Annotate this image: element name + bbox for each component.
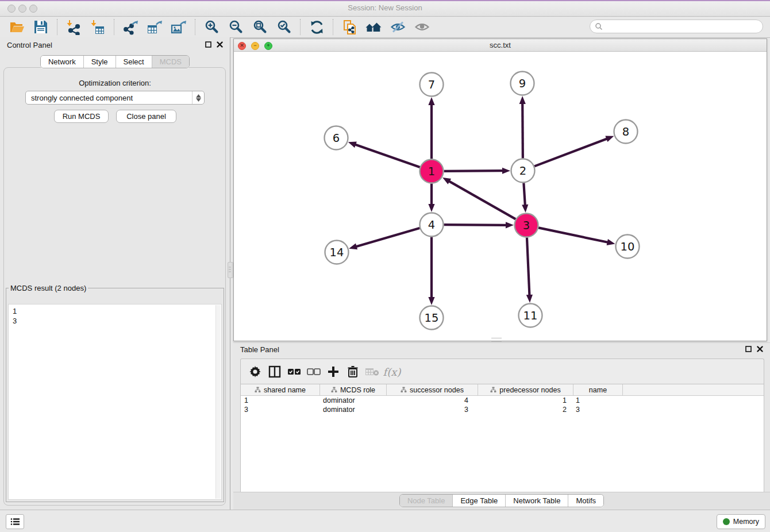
table-tab-node-table[interactable]: Node Table (400, 495, 453, 507)
graph-node-1[interactable]: 1 (420, 160, 444, 183)
deselect-all-icon[interactable] (304, 362, 324, 381)
close-panel-button[interactable]: Close panel (116, 110, 176, 123)
edge-arrowhead (348, 142, 357, 148)
edge-3-1[interactable] (449, 181, 515, 219)
close-panel-icon[interactable] (217, 41, 223, 48)
result-scrollbar[interactable] (215, 305, 221, 499)
houses-icon[interactable] (364, 18, 383, 36)
criterion-dropdown[interactable]: strongly connected component (25, 91, 205, 105)
float-panel-icon[interactable] (205, 41, 211, 48)
node-table[interactable]: shared nameMCDS rolesuccessor nodesprede… (240, 384, 764, 492)
graph-node-11[interactable]: 11 (519, 304, 542, 327)
table-row[interactable]: 1dominator411 (241, 396, 764, 405)
dropdown-stepper-icon (192, 91, 204, 104)
table-cell[interactable]: dominator (319, 396, 386, 404)
export-table-icon[interactable] (145, 18, 164, 36)
import-table-icon[interactable] (88, 18, 107, 36)
mcds-result-group: MCDS result (2 nodes) 1 3 (6, 284, 224, 502)
graph-node-4[interactable]: 4 (420, 213, 444, 237)
column-header-MCDS-role[interactable]: MCDS role (320, 384, 387, 395)
graph-node-10[interactable]: 10 (616, 235, 640, 259)
table-header-row: shared nameMCDS rolesuccessor nodesprede… (241, 384, 764, 396)
search-field[interactable] (590, 20, 763, 33)
open-file-icon[interactable] (7, 18, 26, 36)
table-settings-icon[interactable] (245, 362, 265, 381)
table-cell[interactable]: 3 (241, 406, 319, 414)
edge-3-10[interactable] (538, 228, 608, 242)
edge-1-6[interactable] (355, 145, 420, 167)
table-cell[interactable]: dominator (319, 406, 386, 414)
hide-selected-icon[interactable] (388, 18, 407, 36)
function-builder-icon[interactable]: f(x) (382, 362, 402, 381)
column-type-icon (255, 387, 261, 393)
graph-node-7[interactable]: 7 (420, 73, 444, 97)
refresh-view-icon[interactable] (307, 18, 326, 36)
tab-style[interactable]: Style (83, 56, 116, 68)
edge-4-3[interactable] (444, 225, 506, 225)
graph-node-6[interactable]: 6 (325, 126, 348, 150)
delete-columns-icon[interactable] (343, 362, 363, 381)
run-mcds-button[interactable]: Run MCDS (54, 110, 109, 123)
graph-node-14[interactable]: 14 (325, 241, 349, 264)
network-window-resize-handle[interactable] (491, 338, 502, 342)
search-input[interactable] (603, 22, 749, 31)
edge-1-2[interactable] (444, 171, 503, 171)
export-image-icon[interactable] (170, 18, 188, 36)
table-row[interactable]: 3dominator323 (241, 405, 764, 414)
toolbar-separator (57, 19, 57, 35)
graph-node-8[interactable]: 8 (614, 120, 638, 144)
edge-2-3[interactable] (523, 183, 525, 205)
graph-node-9[interactable]: 9 (511, 72, 534, 95)
edge-2-9[interactable] (522, 103, 523, 159)
import-network-icon[interactable] (64, 18, 83, 36)
mcds-result-area[interactable]: 1 3 (8, 304, 222, 500)
network-window-titlebar[interactable]: ✕ − + scc.txt (234, 39, 767, 52)
delete-table-icon[interactable] (363, 362, 382, 381)
edge-3-11[interactable] (527, 237, 529, 295)
graph-node-15[interactable]: 15 (420, 306, 444, 330)
toolbar-separator (114, 19, 114, 35)
table-tab-network-table[interactable]: Network Table (505, 495, 568, 507)
memory-button[interactable]: Memory (717, 514, 765, 529)
table-cell[interactable]: 3 (386, 406, 476, 414)
fit-content-icon[interactable] (251, 18, 269, 36)
task-history-button[interactable] (6, 514, 24, 529)
node-label: 7 (428, 78, 435, 91)
panel-splitter-handle[interactable] (228, 262, 233, 278)
edge-4-14[interactable] (356, 228, 420, 246)
zoom-out-icon[interactable] (226, 18, 245, 36)
node-label: 6 (333, 132, 340, 145)
select-all-icon[interactable] (284, 362, 304, 381)
tab-network[interactable]: Network (41, 56, 83, 68)
table-cell[interactable]: 1 (476, 396, 571, 404)
table-tab-motifs[interactable]: Motifs (568, 495, 603, 507)
save-session-icon[interactable] (32, 18, 50, 36)
column-header-successor-nodes[interactable]: successor nodes (387, 384, 478, 395)
edge-2-8[interactable] (534, 138, 607, 166)
table-tab-edge-table[interactable]: Edge Table (452, 495, 505, 507)
float-table-panel-icon[interactable] (745, 346, 752, 352)
graph-node-3[interactable]: 3 (515, 214, 538, 237)
edge-arrowhead (428, 97, 434, 105)
graph-node-2[interactable]: 2 (511, 159, 535, 183)
column-header-predecessor-nodes[interactable]: predecessor nodes (478, 384, 573, 395)
tab-mcds[interactable]: MCDS (152, 56, 189, 68)
export-network-icon[interactable] (121, 18, 140, 36)
edge-arrowhead (526, 295, 533, 303)
create-column-icon[interactable] (324, 362, 343, 381)
table-cell[interactable]: 4 (386, 396, 476, 404)
table-cell[interactable]: 2 (476, 406, 571, 414)
zoom-selected-icon[interactable] (275, 18, 293, 36)
table-cell[interactable]: 1 (571, 396, 620, 404)
table-cell[interactable]: 3 (571, 406, 620, 414)
tab-select[interactable]: Select (116, 56, 152, 68)
network-canvas[interactable]: 1234678910111415 (234, 51, 767, 341)
panel-layout-icon[interactable] (265, 362, 284, 381)
close-table-panel-icon[interactable] (757, 346, 763, 352)
zoom-in-icon[interactable] (202, 18, 221, 36)
show-hidden-icon[interactable] (413, 18, 431, 36)
column-header-name[interactable]: name (573, 384, 623, 395)
column-header-shared-name[interactable]: shared name (241, 384, 320, 395)
table-cell[interactable]: 1 (241, 396, 319, 404)
clone-network-icon[interactable] (340, 18, 359, 36)
